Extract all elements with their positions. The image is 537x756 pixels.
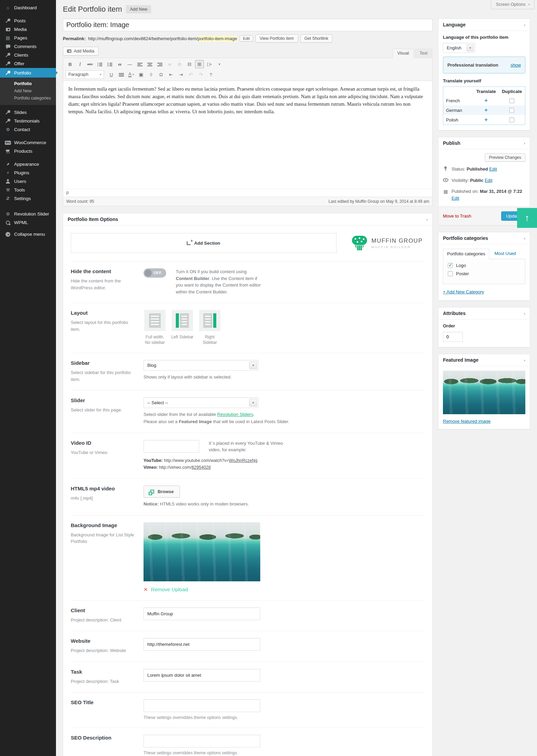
translate-add-icon[interactable]: +	[484, 117, 488, 123]
add-new-category-link[interactable]: + Add New Category	[443, 289, 484, 294]
sidebar-item-portfolio[interactable]: Portfolio	[0, 68, 56, 78]
slider-select[interactable]: -- Select -- ▾	[144, 397, 259, 408]
sidebar-item-settings[interactable]: ⇵Settings	[0, 194, 56, 203]
language-box-header[interactable]: Language ▴	[438, 19, 530, 31]
duplicate-checkbox[interactable]	[509, 98, 514, 103]
featured-image-box-header[interactable]: Featured Image ▴	[438, 354, 530, 366]
horizontal-rule-button[interactable]: —	[125, 60, 134, 68]
seo-description-input[interactable]	[144, 735, 260, 747]
submenu-item-add-new[interactable]: Add New	[0, 88, 56, 95]
collapse-toggle-icon[interactable]: ▴	[524, 312, 525, 315]
post-title-input[interactable]	[63, 19, 433, 31]
sidebar-item-woocommerce[interactable]: WooWooCommerce	[0, 138, 56, 147]
sidebar-item-posts[interactable]: Posts	[0, 16, 56, 25]
sidebar-item-offer[interactable]: Offer	[0, 59, 56, 68]
get-shortlink-button[interactable]: Get Shortlink	[300, 34, 332, 43]
edit-visibility-link[interactable]: Edit	[485, 178, 492, 183]
layout-option-full-width[interactable]: Full width. No sidebar	[144, 310, 166, 345]
browse-button[interactable]: Browse	[144, 486, 180, 498]
collapse-toggle-icon[interactable]: ▴	[524, 141, 525, 145]
underline-button[interactable]: U	[107, 70, 116, 79]
bold-button[interactable]: B	[66, 60, 75, 68]
paste-button[interactable]: ▣	[137, 70, 146, 79]
add-section-button[interactable]: Add Section	[71, 233, 336, 253]
view-portfolio-item-button[interactable]: View Portfolio item	[255, 34, 298, 43]
submenu-item-portfolio-categories[interactable]: Portfolio categories	[0, 95, 56, 102]
read-more-button[interactable]: ⊟	[185, 60, 194, 68]
redo-button[interactable]: ↷	[196, 70, 205, 79]
sidebar-item-dashboard[interactable]: ⌂Dashboard	[0, 3, 56, 12]
sidebar-item-slides[interactable]: Slides	[0, 108, 56, 117]
sidebar-item-products[interactable]: Products	[0, 147, 56, 155]
sidebar-item-contact[interactable]: ⚙Contact	[0, 125, 56, 134]
strikethrough-button[interactable]: ABC	[85, 60, 94, 68]
remove-featured-image-link[interactable]: Remove featured image	[443, 419, 491, 424]
justify-button[interactable]	[117, 70, 126, 79]
paragraph-format-select[interactable]: Paragraph ▾	[66, 70, 104, 79]
help-button[interactable]: ?	[206, 70, 215, 79]
remove-upload-link[interactable]: ✕ Remove Upload	[144, 586, 425, 593]
sidebar-select[interactable]: Blog ▾	[144, 360, 259, 371]
permalink-url[interactable]: http://muffingroup.com/dev8624/betheme/p…	[88, 36, 237, 41]
task-input[interactable]	[144, 669, 260, 682]
editor-content[interactable]: In fermentum nulla eget iaculis fermentu…	[63, 81, 432, 189]
align-center-button[interactable]	[145, 60, 154, 68]
add-media-button[interactable]: Add Media	[63, 47, 99, 56]
layout-option-left-sidebar[interactable]: Left Sidebar	[171, 310, 194, 345]
screen-options-tab[interactable]: Screen Options ▾	[491, 0, 535, 9]
website-input[interactable]	[144, 638, 260, 651]
editor-element-path[interactable]: p	[63, 189, 432, 197]
revolution-sliders-link[interactable]: Revolution Sliders	[217, 412, 253, 417]
toolbar-caret-button[interactable]: ▾	[215, 60, 224, 68]
edit-status-link[interactable]: Edit	[489, 166, 497, 172]
align-right-button[interactable]	[155, 60, 164, 68]
category-checkbox[interactable]	[448, 271, 453, 276]
sidebar-item-comments[interactable]: Comments	[0, 42, 56, 51]
toolbar-toggle-button[interactable]: ⊞	[195, 60, 204, 68]
attributes-box-header[interactable]: Attributes ▴	[438, 307, 530, 319]
sidebar-item-clients[interactable]: Clients	[0, 51, 56, 59]
sidebar-item-pages[interactable]: ▤Pages	[0, 34, 56, 42]
duplicate-checkbox[interactable]	[509, 117, 514, 123]
seo-title-input[interactable]	[144, 699, 260, 712]
scroll-to-top-button[interactable]: ↑	[517, 208, 537, 228]
translate-add-icon[interactable]: +	[484, 107, 488, 113]
sidebar-item-revolution-slider[interactable]: ⚙Revolution Slider	[0, 210, 56, 218]
clear-formatting-button[interactable]: ◊	[147, 70, 156, 79]
preview-changes-button[interactable]: Preview Changes	[485, 153, 525, 162]
insert-link-button[interactable]: ∞	[165, 60, 174, 68]
outdent-button[interactable]: ⇤	[167, 70, 175, 79]
client-input[interactable]	[144, 607, 260, 620]
edit-permalink-button[interactable]: Edit	[240, 35, 253, 42]
shortcode-button[interactable]: [ ]+	[205, 60, 214, 68]
collapse-menu-button[interactable]: ◂Collapse menu	[0, 230, 56, 239]
sidebar-item-users[interactable]: Users	[0, 177, 56, 186]
layout-option-right-sidebar[interactable]: Right Sidebar	[198, 310, 221, 345]
indent-button[interactable]: ⇥	[176, 70, 185, 79]
show-link[interactable]: show	[511, 62, 521, 68]
options-box-header[interactable]: Portfolio Item Options ▴	[63, 213, 432, 225]
edit-published-link[interactable]: Edit	[452, 196, 459, 201]
numbered-list-button[interactable]	[105, 60, 114, 68]
order-input[interactable]	[443, 332, 463, 342]
submenu-item-portfolio[interactable]: Portfolio	[0, 80, 56, 88]
move-to-trash-link[interactable]: Move to Trash	[443, 213, 471, 219]
sidebar-item-tools[interactable]: ⚒Tools	[0, 186, 56, 194]
sidebar-item-media[interactable]: Media	[0, 25, 56, 34]
featured-image-preview[interactable]	[443, 371, 525, 414]
italic-button[interactable]: I	[76, 60, 84, 68]
collapse-toggle-icon[interactable]: ▴	[426, 218, 428, 221]
video-id-input[interactable]	[144, 440, 199, 453]
categories-box-header[interactable]: Portfolio categories ▴	[438, 232, 530, 244]
tab-visual[interactable]: Visual	[392, 49, 414, 58]
language-select[interactable]: English ▾	[443, 43, 475, 53]
tab-most-used[interactable]: Most Used	[491, 249, 519, 259]
hide-content-toggle[interactable]: OFF	[144, 268, 166, 278]
text-color-button[interactable]: A▾	[127, 70, 136, 79]
undo-button[interactable]: ↶	[186, 70, 195, 79]
bullet-list-button[interactable]	[95, 60, 104, 68]
sidebar-item-plugins[interactable]: ⚡Plugins	[0, 168, 56, 177]
special-character-button[interactable]: Ω	[157, 70, 165, 79]
add-new-button[interactable]: Add New	[126, 5, 151, 13]
collapse-toggle-icon[interactable]: ▴	[524, 236, 525, 240]
